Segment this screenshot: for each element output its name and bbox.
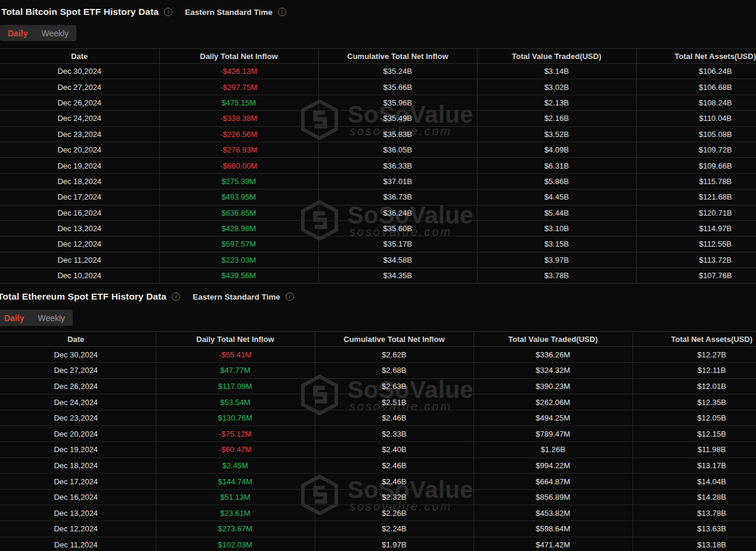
table-row: Dec 10,2024$439.56M$34.35B$3.78B$107.76B: [0, 268, 756, 284]
ethereum-etf-section: Total Ethereum Spot ETF History Data i E…: [0, 291, 756, 551]
net-assets-cell: $14.28B: [633, 489, 756, 505]
date-cell: Dec 23,2024: [0, 410, 156, 426]
value-traded-cell: $5.86B: [477, 173, 636, 189]
daily-net-inflow-cell: $493.95M: [159, 189, 318, 205]
column-header: Total Net Assets(USD): [633, 332, 756, 347]
cumulative-net-inflow-cell: $2.51B: [315, 394, 473, 410]
value-traded-cell: $336.26M: [473, 347, 633, 363]
interval-tabs: Daily Weekly: [0, 310, 73, 326]
value-traded-cell: $3.14B: [477, 64, 636, 79]
tab-weekly[interactable]: Weekly: [38, 313, 65, 323]
value-traded-cell: $789.47M: [473, 426, 633, 442]
daily-net-inflow-cell: $273.67M: [156, 521, 315, 537]
date-cell: Dec 18,2024: [0, 173, 159, 189]
bitcoin-history-table: DateDaily Total Net InflowCumulative Tot…: [0, 48, 756, 284]
value-traded-cell: $453.82M: [473, 505, 633, 521]
date-cell: Dec 13,2024: [0, 220, 159, 236]
daily-net-inflow-cell: -$338.38M: [159, 111, 318, 126]
cumulative-net-inflow-cell: $37.01B: [318, 173, 477, 189]
date-cell: Dec 19,2024: [0, 158, 159, 173]
daily-net-inflow-cell: -$426.13M: [159, 64, 318, 79]
date-cell: Dec 17,2024: [0, 189, 159, 205]
date-cell: Dec 30,2024: [0, 347, 156, 363]
value-traded-cell: $6.31B: [477, 158, 636, 173]
date-cell: Dec 20,2024: [0, 426, 156, 442]
info-icon[interactable]: i: [164, 8, 172, 16]
cumulative-net-inflow-cell: $2.63B: [315, 378, 473, 394]
daily-net-inflow-cell: $428.98M: [159, 220, 318, 236]
net-assets-cell: $12.35B: [633, 394, 756, 410]
value-traded-cell: $4.45B: [477, 189, 636, 205]
net-assets-cell: $120.71B: [636, 205, 756, 220]
cumulative-net-inflow-cell: $2.33B: [315, 426, 473, 442]
date-cell: Dec 20,2024: [0, 142, 159, 157]
daily-net-inflow-cell: -$276.93M: [159, 142, 318, 157]
net-assets-cell: $11.98B: [633, 442, 756, 458]
column-header: Total Value Traded(USD): [473, 332, 633, 347]
column-header: Total Net Assets(USD): [636, 49, 756, 64]
table-row: Dec 12,2024$597.57M$35.17B$3.15B$112.55B: [0, 236, 756, 252]
table-row: Dec 24,2024-$338.38M$35.49B$2.16B$110.04…: [0, 111, 756, 126]
date-cell: Dec 27,2024: [0, 79, 159, 95]
table-header-row: DateDaily Total Net InflowCumulative Tot…: [0, 332, 756, 347]
value-traded-cell: $3.97B: [477, 252, 636, 267]
ethereum-history-table: DateDaily Total Net InflowCumulative Tot…: [0, 331, 756, 551]
net-assets-cell: $121.68B: [636, 189, 756, 205]
table-row: Dec 16,2024$51.13M$2.32B$856.89M$14.28B: [0, 489, 756, 505]
timezone-label: Eastern Standard Time: [193, 292, 280, 301]
daily-net-inflow-cell: -$297.75M: [159, 79, 318, 95]
table-row: Dec 20,2024-$276.93M$36.05B$4.09B$109.72…: [0, 142, 756, 157]
net-assets-cell: $14.04B: [633, 474, 756, 490]
net-assets-cell: $109.66B: [636, 158, 756, 173]
table-row: Dec 19,2024-$60.47M$2.40B$1.26B$11.98B: [0, 442, 756, 458]
info-icon[interactable]: i: [278, 8, 286, 16]
date-cell: Dec 24,2024: [0, 394, 156, 410]
info-icon[interactable]: i: [286, 292, 294, 301]
cumulative-net-inflow-cell: $2.46B: [315, 474, 473, 490]
daily-net-inflow-cell: -$60.47M: [156, 442, 315, 458]
cumulative-net-inflow-cell: $2.24B: [315, 521, 473, 537]
net-assets-cell: $12.05B: [633, 410, 756, 426]
cumulative-net-inflow-cell: $2.32B: [315, 489, 473, 505]
tab-daily[interactable]: Daily: [4, 313, 24, 323]
table-row: Dec 23,2024-$226.56M$35.83B$3.52B$105.08…: [0, 126, 756, 142]
daily-net-inflow-cell: $475.15M: [159, 95, 318, 110]
daily-net-inflow-cell: $23.61M: [156, 505, 315, 521]
net-assets-cell: $105.08B: [636, 126, 756, 142]
daily-net-inflow-cell: $53.54M: [156, 394, 315, 410]
net-assets-cell: $12.11B: [633, 363, 756, 379]
info-icon[interactable]: i: [172, 292, 180, 301]
cumulative-net-inflow-cell: $35.83B: [318, 126, 477, 142]
net-assets-cell: $114.97B: [636, 220, 756, 236]
column-header: Cumulative Total Net Inflow: [315, 332, 473, 347]
column-header: Daily Total Net Inflow: [159, 49, 318, 64]
tab-weekly[interactable]: Weekly: [41, 29, 69, 38]
value-traded-cell: $3.78B: [477, 268, 636, 284]
table-row: Dec 23,2024$130.76M$2.46B$494.25M$12.05B: [0, 410, 756, 426]
cumulative-net-inflow-cell: $1.97B: [315, 537, 473, 551]
net-assets-cell: $106.68B: [636, 79, 756, 95]
interval-tabs: Daily Weekly: [0, 25, 76, 41]
net-assets-cell: $112.55B: [636, 236, 756, 252]
column-header: Date: [0, 332, 156, 347]
column-header: Total Value Traded(USD): [477, 49, 636, 64]
daily-net-inflow-cell: $47.77M: [156, 363, 315, 379]
cumulative-net-inflow-cell: $35.17B: [318, 236, 477, 252]
cumulative-net-inflow-cell: $36.73B: [318, 189, 477, 205]
value-traded-cell: $390.23M: [473, 378, 633, 394]
date-cell: Dec 12,2024: [0, 236, 159, 252]
timezone-label: Eastern Standard Time: [185, 8, 272, 17]
tab-daily[interactable]: Daily: [8, 29, 27, 38]
cumulative-net-inflow-cell: $35.49B: [318, 111, 477, 126]
value-traded-cell: $4.09B: [477, 142, 636, 157]
date-cell: Dec 23,2024: [0, 126, 159, 142]
date-cell: Dec 24,2024: [0, 111, 159, 126]
date-cell: Dec 16,2024: [0, 489, 156, 505]
cumulative-net-inflow-cell: $2.68B: [315, 363, 473, 379]
value-traded-cell: $856.89M: [473, 489, 633, 505]
daily-net-inflow-cell: $223.03M: [159, 252, 318, 267]
cumulative-net-inflow-cell: $2.62B: [315, 347, 473, 363]
table-row: Dec 11,2024$102.03M$1.97B$471.42M$13.18B: [0, 537, 756, 551]
date-cell: Dec 16,2024: [0, 205, 159, 220]
date-cell: Dec 27,2024: [0, 363, 156, 379]
